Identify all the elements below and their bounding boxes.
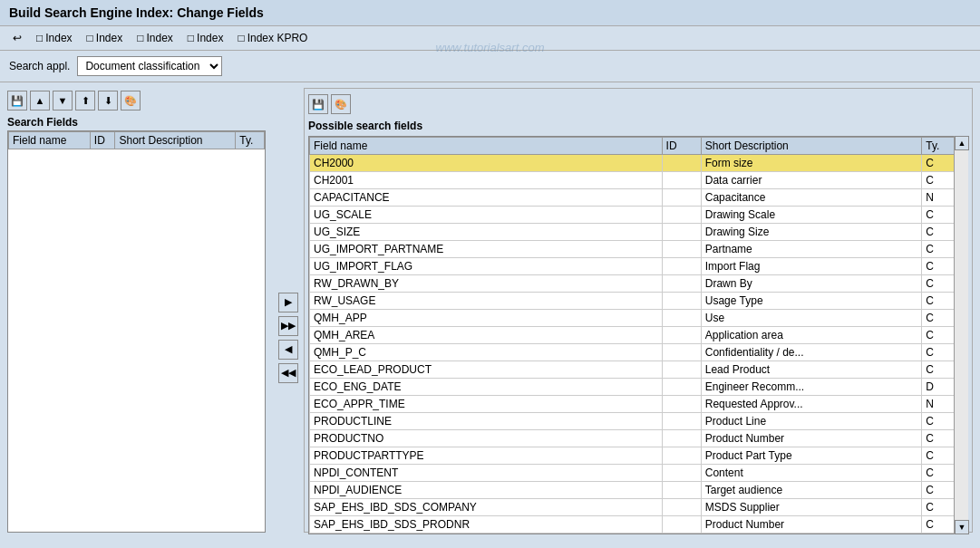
back-button[interactable]: ↩ (7, 30, 27, 46)
cell-short-desc: Product Line (701, 413, 922, 430)
cell-short-desc: Form size (701, 155, 922, 172)
move-bottom-button[interactable]: ⬇ (98, 91, 118, 111)
table-row[interactable]: ECO_LEAD_PRODUCT Lead Product C (310, 361, 967, 379)
table-row[interactable]: UG_IMPORT_PARTNAME Partname C (310, 241, 967, 258)
cell-field-name: NPDI_CONTENT (310, 465, 663, 482)
cell-id (662, 344, 701, 361)
cell-field-name: NPDI_AUDIENCE (310, 482, 663, 499)
toolbar-index-kpro[interactable]: □ Index KPRO (232, 30, 313, 46)
cell-short-desc: Application area (701, 327, 922, 344)
table-row[interactable]: CH2001 Data carrier C (310, 172, 967, 189)
table-row[interactable]: ECO_APPR_TIME Requested Approv... N (310, 396, 967, 413)
cell-id (662, 499, 701, 516)
table-row[interactable]: SAP_EHS_IBD_SDS_COMPANY MSDS Supplier C (310, 499, 967, 516)
index-icon-2: □ (87, 32, 93, 44)
table-row[interactable]: RW_USAGE Usage Type C (310, 293, 967, 310)
transfer-right-button[interactable]: ▶ (278, 293, 298, 312)
cell-field-name: UG_IMPORT_PARTNAME (310, 241, 663, 258)
cell-id (662, 172, 701, 189)
table-row[interactable]: QMH_AREA Application area C (310, 327, 967, 344)
move-up-button[interactable]: ▲ (30, 91, 50, 111)
table-row[interactable]: NPDI_CONTENT Content C (310, 465, 967, 482)
table-row[interactable]: PRODUCTPARTTYPE Product Part Type C (310, 447, 967, 465)
cell-field-name: CAPACITANCE (310, 189, 663, 207)
search-fields-title: Search Fields (7, 113, 266, 130)
table-row[interactable]: RW_DRAWN_BY Drawn By C (310, 275, 967, 293)
cell-id (662, 465, 701, 482)
scroll-down-btn[interactable]: ▼ (955, 520, 969, 534)
table-row[interactable]: PRODUCTNO Product Number C (310, 430, 967, 447)
index-icon-3: □ (137, 32, 143, 44)
cell-field-name: ECO_LEAD_PRODUCT (310, 361, 663, 379)
right-table-container[interactable]: Field name ID Short Description Ty. CH20… (308, 136, 968, 534)
toolbar-index-3[interactable]: □ Index (131, 30, 179, 46)
left-table-container: Field name ID Short Description Ty. (7, 130, 266, 533)
cell-short-desc: Confidentiality / de... (701, 344, 922, 361)
transfer-arrows: ▶ ▶▶ ◀ ◀◀ (273, 142, 304, 533)
table-row[interactable]: UG_SIZE Drawing Size C (310, 224, 967, 241)
cell-id (662, 310, 701, 327)
cell-id (662, 447, 701, 465)
toolbar-index-4[interactable]: □ Index (182, 30, 229, 46)
col-ty-left: Ty. (236, 132, 265, 149)
cell-short-desc: Drawing Size (701, 224, 922, 241)
page-title: Build Search Engine Index: Change Fields (9, 5, 264, 20)
cell-field-name: SAP_EHS_IBD_SDS_COMPANY (310, 499, 663, 516)
cell-field-name: PRODUCTPARTTYPE (310, 447, 663, 465)
color-button-left[interactable]: 🎨 (121, 91, 141, 111)
col-id-left: ID (90, 132, 115, 149)
cell-id (662, 327, 701, 344)
table-row[interactable]: PRODUCTLINE Product Line C (310, 413, 967, 430)
right-fields-table: Field name ID Short Description Ty. CH20… (309, 137, 967, 534)
cell-short-desc: Product Part Type (701, 447, 922, 465)
table-row[interactable]: SAP_EHS_IBD_SDS_PRODNR Product Number C (310, 516, 967, 534)
cell-field-name: RW_USAGE (310, 293, 663, 310)
move-down-button[interactable]: ▼ (53, 91, 73, 111)
save-button[interactable]: 💾 (7, 91, 27, 111)
table-row[interactable]: CH2000 Form size C (310, 155, 967, 172)
right-scrollbar[interactable]: ▲ ▼ (954, 136, 968, 534)
toolbar: ↩ □ Index □ Index □ Index □ Index □ Inde… (0, 26, 980, 51)
cell-field-name: PRODUCTNO (310, 430, 663, 447)
toolbar-index-1[interactable]: □ Index (31, 30, 78, 46)
toolbar-index-2[interactable]: □ Index (82, 30, 129, 46)
cell-id (662, 413, 701, 430)
transfer-all-left-button[interactable]: ◀◀ (278, 363, 298, 383)
search-appl-select[interactable]: Document classification (77, 56, 222, 76)
cell-id (662, 207, 701, 224)
table-row[interactable]: NPDI_AUDIENCE Target audience C (310, 482, 967, 499)
title-bar: Build Search Engine Index: Change Fields (0, 0, 980, 26)
scroll-up-btn[interactable]: ▲ (955, 136, 969, 150)
table-row[interactable]: ECO_ENG_DATE Engineer Recomm... D (310, 379, 967, 396)
col-field-name-right: Field name (310, 138, 663, 155)
possible-fields-title: Possible search fields (308, 118, 968, 136)
cell-id (662, 224, 701, 241)
cell-field-name: CH2000 (310, 155, 663, 172)
cell-id (662, 516, 701, 534)
table-row[interactable]: QMH_APP Use C (310, 310, 967, 327)
cell-field-name: ECO_APPR_TIME (310, 396, 663, 413)
cell-field-name: QMH_P_C (310, 344, 663, 361)
save-button-right[interactable]: 💾 (308, 94, 328, 114)
table-row[interactable]: UG_SCALE Drawing Scale C (310, 207, 967, 224)
cell-id (662, 430, 701, 447)
table-row[interactable]: CAPACITANCE Capacitance N (310, 189, 967, 207)
table-row[interactable]: UG_IMPORT_FLAG Import Flag C (310, 258, 967, 275)
scroll-track[interactable] (955, 150, 968, 520)
right-panel: 💾 🎨 Possible search fields Field name ID… (304, 88, 973, 533)
cell-field-name: UG_SCALE (310, 207, 663, 224)
table-row[interactable]: QMH_P_C Confidentiality / de... C (310, 344, 967, 361)
transfer-left-button[interactable]: ◀ (278, 340, 298, 360)
cell-field-name: QMH_AREA (310, 327, 663, 344)
col-field-name-left: Field name (9, 132, 91, 149)
cell-short-desc: Drawing Scale (701, 207, 922, 224)
cell-field-name: RW_DRAWN_BY (310, 275, 663, 293)
transfer-all-right-button[interactable]: ▶▶ (278, 316, 298, 336)
cell-id (662, 396, 701, 413)
left-panel: 💾 ▲ ▼ ⬆ ⬇ 🎨 Search Fields Field name ID … (7, 88, 266, 533)
cell-field-name: PRODUCTLINE (310, 413, 663, 430)
color-button-right[interactable]: 🎨 (331, 94, 351, 114)
index-icon-5: □ (238, 32, 244, 44)
col-short-desc-left: Short Description (115, 132, 236, 149)
move-top-button[interactable]: ⬆ (75, 91, 95, 111)
